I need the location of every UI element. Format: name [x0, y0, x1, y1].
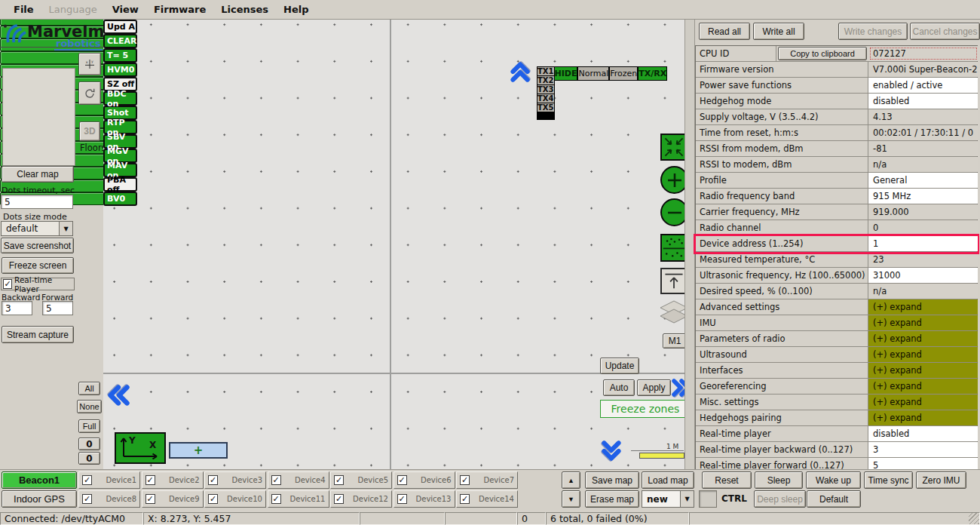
menu-item[interactable]: Help — [276, 4, 316, 15]
layers-icon[interactable] — [658, 299, 684, 327]
save-map-button[interactable]: Save map — [585, 471, 639, 489]
dropdown-arrow-icon[interactable]: ▼ — [680, 491, 694, 507]
write-changes-button[interactable]: Write changes — [838, 23, 908, 40]
parameter-value[interactable]: 1 — [868, 236, 978, 251]
tx-column-header[interactable]: TX4 — [537, 94, 555, 103]
device-checkbox[interactable]: ✓ — [82, 475, 92, 485]
map-tool-button[interactable]: T= 5 — [103, 48, 137, 63]
realtime-player-checkbox[interactable]: ✓ — [3, 279, 12, 289]
dots-size-mode-select[interactable]: default ▼ — [1, 221, 73, 236]
parameter-value[interactable]: 00:02:01 / 17:30:11 / 0 — [868, 125, 978, 140]
clear-map-button[interactable]: Clear map — [2, 166, 74, 183]
apply-button[interactable]: Apply — [637, 379, 671, 396]
axes-view-button[interactable]: xy — [78, 53, 101, 75]
parameter-value[interactable]: 4.13 — [868, 109, 978, 124]
device-checkbox[interactable]: ✓ — [82, 494, 92, 504]
upload-zone-button[interactable] — [660, 268, 684, 294]
menu-item[interactable]: Licenses — [213, 4, 276, 15]
parameter-value[interactable]: 23 — [868, 252, 978, 267]
resize-grip-icon[interactable] — [969, 513, 979, 524]
indoor-gps-button[interactable]: Indoor GPS — [2, 490, 77, 508]
deep-sleep-button[interactable]: Deep sleep — [754, 490, 806, 508]
view-3d-button[interactable]: 3D — [79, 121, 100, 141]
parameter-value[interactable]: 919.000 — [868, 204, 978, 220]
default-button[interactable]: Default — [807, 490, 861, 508]
expand-right-icon[interactable] — [672, 379, 684, 397]
parameter-value[interactable]: 915 MHz — [868, 189, 978, 204]
tx-column-header[interactable]: TX5 — [537, 103, 555, 112]
zoom-out-button[interactable] — [660, 198, 684, 226]
zoom-in-button[interactable] — [660, 166, 684, 194]
parameter-value[interactable]: n/a — [868, 157, 978, 172]
map-tool-button[interactable]: BDC on — [103, 91, 137, 106]
parameter-value[interactable]: -81 — [868, 141, 978, 156]
write-all-button[interactable]: Write all — [753, 23, 804, 40]
load-map-button[interactable]: Load map — [642, 471, 694, 489]
device-checkbox[interactable]: ✓ — [460, 494, 470, 504]
fit-to-content-button[interactable] — [660, 134, 684, 161]
parameter-value[interactable]: (+) expand — [868, 410, 978, 425]
cpu-id-value[interactable]: 072127 — [868, 46, 978, 61]
freeze-zones-button[interactable]: Freeze zones — [600, 400, 684, 418]
auto-button[interactable]: Auto — [603, 379, 635, 396]
forward-input[interactable]: 5 — [42, 301, 73, 315]
floors-all-button[interactable]: All — [78, 382, 100, 395]
parameter-value[interactable]: enabled / active — [868, 78, 978, 93]
scroll-devices-down-button[interactable]: ▼ — [562, 490, 580, 508]
wake-up-button[interactable]: Wake up — [806, 471, 861, 489]
tx-cell[interactable] — [537, 118, 555, 120]
floors-none-button[interactable]: None — [77, 400, 102, 413]
device-checkbox[interactable]: ✓ — [460, 475, 470, 485]
save-screenshot-button[interactable]: Save screenshot — [1, 238, 74, 253]
parameter-value[interactable]: disabled — [868, 94, 978, 109]
parameter-value[interactable]: (+) expand — [868, 379, 978, 394]
parameter-value[interactable]: 3 — [868, 442, 978, 457]
m1-button[interactable]: M1 — [663, 333, 684, 348]
parameter-value[interactable]: (+) expand — [868, 299, 978, 315]
device-checkbox[interactable]: ✓ — [271, 494, 281, 504]
map-scrollbar[interactable] — [684, 20, 695, 469]
add-submap-button[interactable]: + — [169, 442, 228, 459]
map-tool-button[interactable]: Upd A — [103, 20, 137, 34]
device-checkbox[interactable]: ✓ — [334, 494, 344, 504]
stream-capture-button[interactable]: Stream capture — [2, 326, 74, 343]
ctrl-checkbox[interactable] — [699, 490, 717, 508]
parameter-value[interactable]: disabled — [868, 426, 978, 441]
floors-full-button[interactable]: Full — [78, 419, 100, 433]
rotate-view-button[interactable] — [78, 81, 101, 105]
parameter-value[interactable]: (+) expand — [868, 347, 978, 362]
device-checkbox[interactable]: ✓ — [208, 494, 218, 504]
time-sync-button[interactable]: Time sync — [864, 471, 913, 489]
parameter-value[interactable]: (+) expand — [868, 395, 978, 410]
menu-item[interactable]: File — [6, 4, 41, 15]
parameter-value[interactable]: (+) expand — [868, 363, 978, 378]
map-canvas[interactable]: TX1TX2TX3TX4TX5 HIDENormalFrozenTX/RX Up… — [103, 20, 684, 469]
menu-item[interactable]: Language — [41, 4, 105, 15]
tx-mode-button[interactable]: HIDE — [554, 66, 578, 81]
tx-mode-button[interactable]: Normal — [577, 66, 609, 81]
collapse-left-icon[interactable] — [107, 385, 130, 406]
parameter-value[interactable]: (+) expand — [868, 331, 978, 346]
dropdown-arrow-icon[interactable]: ▼ — [59, 222, 72, 235]
reset-button[interactable]: Reset — [702, 471, 752, 489]
erase-map-button[interactable]: Erase map — [585, 490, 639, 508]
parameter-value[interactable]: General — [868, 173, 978, 188]
scroll-devices-up-button[interactable]: ▲ — [562, 471, 580, 489]
device-checkbox[interactable]: ✓ — [271, 475, 281, 485]
tx-mode-button[interactable]: TX/RX — [638, 66, 667, 81]
tx-column-header[interactable]: TX3 — [537, 84, 555, 94]
cancel-changes-button[interactable]: Cancel changes — [910, 23, 980, 40]
parameter-value[interactable]: 31000 — [868, 268, 978, 283]
collapse-down-icon[interactable] — [601, 441, 622, 462]
backward-input[interactable]: 3 — [2, 301, 32, 315]
parameter-value[interactable]: n/a — [868, 284, 978, 299]
beacon1-button[interactable]: Beacon1 — [2, 471, 77, 489]
collapse-up-icon[interactable] — [510, 61, 530, 82]
map-tool-button[interactable]: CLEAR — [103, 34, 137, 48]
device-checkbox[interactable]: ✓ — [208, 475, 218, 485]
map-tool-button[interactable]: HVM0 — [103, 63, 137, 77]
dots-timeout-input[interactable]: 5 — [1, 195, 73, 209]
parameter-value[interactable]: V7.000i Super-Beacon-2 — [868, 62, 978, 77]
tx-column-header[interactable]: TX1 — [537, 66, 555, 76]
dots-filter-button[interactable] — [660, 234, 684, 262]
